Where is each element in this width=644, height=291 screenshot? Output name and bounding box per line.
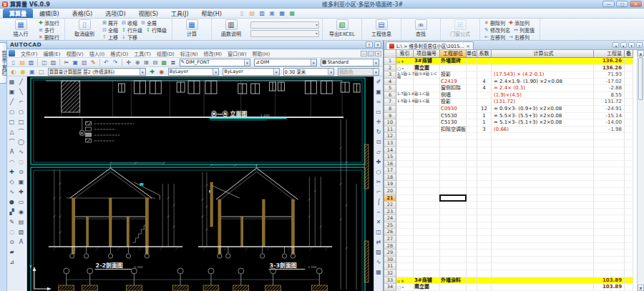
cell-coefficient[interactable] [477,250,492,257]
cell-part[interactable] [440,147,467,154]
cell-unit[interactable] [467,133,477,140]
cell-part[interactable] [440,65,467,72]
column-header-8[interactable]: 备 [625,50,633,58]
cell-index[interactable] [396,209,414,216]
cell-quantity[interactable] [594,202,625,209]
ribbon-item-收缩[interactable]: ⊟收缩 [120,19,140,26]
layer-toggle-icon-2[interactable]: ● [19,68,27,76]
table-row[interactable]: 16 [384,161,637,168]
cell-quantity[interactable]: 136.26 [594,65,625,72]
cell-part[interactable] [440,229,467,236]
table-row[interactable]: 11扣除空调板3(0.66)-1.98 [384,127,637,134]
table-row[interactable]: 10C51301= 5.1×3- (5.1+3) ×2×0.08-14.00 [384,119,637,127]
cell-formula[interactable] [492,236,594,243]
draw-tool-icon-1[interactable]: ▦ [8,77,16,87]
modify-tool-icon-16[interactable]: ◫ [374,227,383,237]
table-row[interactable]: 2○•南立面136.26 [384,65,637,72]
draw-tool-icon-17[interactable]: ⊙ [8,237,16,247]
cell-formula[interactable]: (17.543) × (4.2-0.1) [492,71,594,79]
cad-tool-icon-2[interactable]: ▤ [18,59,26,66]
cell-formula[interactable] [492,58,594,65]
row-number[interactable]: 21 [384,195,396,202]
menu-tab-6[interactable]: 工具(J) [165,9,195,18]
table-green-icon[interactable]: ▦ [288,9,296,17]
cell-coefficient[interactable]: 1 [477,119,492,127]
cell-code[interactable] [414,140,440,147]
cell-code[interactable] [414,133,440,140]
cad-tool-icon-5[interactable]: ▨ [49,59,57,66]
table-row[interactable]: 33▫+3#商铺外墙涂料103.89 [384,277,637,285]
expand-marker[interactable]: ▫+ [397,278,405,283]
cell-part[interactable] [440,209,467,216]
modify-tool-icon-18[interactable]: ▨ [374,247,383,257]
child-close-icon[interactable]: ✕ [375,51,381,56]
draw-tool2-icon-11[interactable]: ▣ [17,177,26,187]
cell-note[interactable] [625,229,633,236]
cell-formula[interactable] [492,161,594,168]
column-header-6[interactable]: 计算公式 [492,50,594,58]
cell-unit[interactable] [467,277,477,285]
cell-quantity[interactable]: 8.55 [594,92,625,99]
cell-quantity[interactable]: 136.26 [594,58,625,65]
export-excel-button[interactable]: ▧导出EXCEL [326,19,358,37]
menu-tab-2[interactable]: 编辑(B) [33,9,66,18]
insert-row-button[interactable]: ▦插入行 [4,19,37,37]
cell-unit[interactable] [467,106,477,113]
draw-tool2-icon-6[interactable]: ⌒ [17,127,26,137]
cell-part[interactable] [440,195,467,202]
table-style-combo[interactable]: ▦Standard▾ [321,59,379,66]
cell-unit[interactable] [467,229,477,236]
ribbon-item-列宽值[interactable]: ↔列宽值 [512,26,537,34]
cell-unit[interactable] [467,195,477,202]
cell-note[interactable] [625,79,633,86]
cell-code[interactable] [414,209,440,216]
cell-part[interactable] [440,236,467,243]
cad-menu-10[interactable]: 窗口(W) [225,50,249,57]
modify-tool-icon-10[interactable]: ○ [374,167,383,177]
draw-tool-icon-15[interactable]: ✎ [8,217,16,227]
cancel-level-button[interactable]: ▯取消级别 [68,19,101,37]
function-help-button[interactable]: ▥函数说明 [215,19,248,37]
row-number[interactable]: 6 [384,92,396,99]
draw-tool-icon-4[interactable]: ○ [8,107,16,117]
draw-tool-icon-2[interactable]: ▣ [8,87,16,97]
ribbon-item-删除列[interactable]: ✕删除列 [483,19,507,26]
cell-index[interactable] [396,140,414,147]
menu-tab-7[interactable]: 帮助(H) [195,9,228,18]
cell-note[interactable] [625,284,633,291]
cell-formula[interactable] [492,243,594,250]
cad-tool-icon-8[interactable]: ▧ [80,59,88,66]
cell-coefficient[interactable] [477,263,492,270]
table-row[interactable]: 32 [384,270,637,277]
cell-code[interactable] [414,181,440,188]
cad-tool-icon-17[interactable]: ≣ [169,59,177,66]
ribbon-item-展开[interactable]: ⊞展开 [101,19,120,26]
cell-formula[interactable]: (0.66) [492,127,594,134]
cell-formula[interactable] [492,167,594,174]
column-header-5[interactable]: 系数 [477,50,492,58]
row-number[interactable]: 15 [384,154,396,161]
cell-quantity[interactable]: -15.14 [594,113,625,120]
cell-formula[interactable] [492,154,594,161]
cad-tool-icon-4[interactable]: ◫ [40,59,48,66]
table-row[interactable]: 27 [384,236,637,243]
row-number[interactable]: 11 [384,127,396,134]
save-icon[interactable]: ▥ [258,9,266,17]
cell-coefficient[interactable] [477,188,492,195]
table-row[interactable]: 71-5轴-1-8轴/1-C轴投影(131.72)131.72 [384,99,637,106]
cell-formula[interactable] [492,174,594,182]
cell-code[interactable] [414,215,440,222]
draw-tool-icon-5[interactable]: ▢ [8,117,16,127]
cell-coefficient[interactable] [477,257,492,264]
cell-code[interactable] [414,154,440,161]
draw-tool2-icon-5[interactable]: □ [17,117,26,127]
cell-code[interactable] [414,236,440,243]
row-number[interactable]: 3 [384,71,396,79]
cell-code[interactable] [414,202,440,209]
cell-coefficient[interactable] [477,229,492,236]
layer-action-icon-2[interactable]: ◉ [157,68,166,76]
draw-tool2-icon-4[interactable]: ○ [17,107,26,117]
cell-index[interactable] [396,119,414,127]
cell-coefficient[interactable]: 4 [477,85,492,92]
table-row[interactable]: 23 [384,209,637,216]
